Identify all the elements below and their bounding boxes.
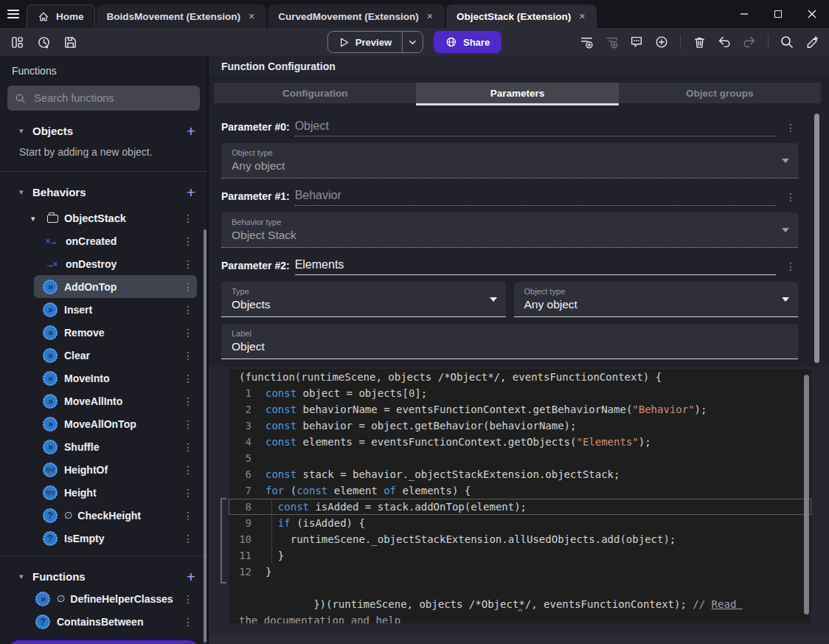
preview-button[interactable]: Preview: [327, 31, 423, 53]
javascript-code-editor[interactable]: (function(runtimeScene, objects /*Object…: [229, 369, 811, 623]
add-function-plus-button[interactable]: +: [187, 569, 195, 584]
function-item-menu-button[interactable]: ⋮: [181, 304, 195, 316]
code-line-2[interactable]: 2const behaviorName = eventsFunctionCont…: [229, 401, 811, 418]
sidebar-function-item-oncreated[interactable]: ×→onCreated⋮: [34, 229, 197, 252]
objects-section-header[interactable]: ▾ Objects +: [0, 120, 207, 142]
function-item-menu-button[interactable]: ⋮: [181, 281, 195, 293]
code-line-12[interactable]: 12}: [229, 564, 811, 580]
function-item-menu-button[interactable]: ⋮: [181, 258, 195, 270]
add-circle-button[interactable]: [652, 32, 671, 52]
parameter-type-select[interactable]: Type Objects: [221, 282, 506, 317]
search-functions-input[interactable]: [32, 91, 192, 105]
tab-close-button[interactable]: ×: [577, 10, 586, 22]
sidebar-function-item-moveallontop[interactable]: »MoveAllOnTop⋮: [34, 412, 197, 435]
tab-boidsmovement[interactable]: BoidsMovement (Extension) ×: [97, 4, 267, 28]
function-item-menu-button[interactable]: ⋮: [181, 418, 195, 430]
code-line-10[interactable]: 10 runtimeScene._objectStackExtension.al…: [229, 531, 811, 547]
sidebar-function-item-height[interactable]: f(x)Height⋮: [34, 481, 197, 504]
parameter-menu-button[interactable]: ⋮: [783, 260, 798, 275]
code-line-5[interactable]: 5: [229, 450, 811, 466]
function-item-menu-button[interactable]: ⋮: [181, 510, 195, 522]
code-line-4[interactable]: 4const elements = eventsFunctionContext.…: [229, 434, 811, 450]
code-line-3[interactable]: 3const behavior = object.getBehavior(beh…: [229, 418, 811, 434]
tab-configuration[interactable]: Configuration: [214, 83, 416, 103]
sidebar-function-item-clear[interactable]: »Clear⋮: [34, 344, 197, 367]
code-line-8[interactable]: 8 const isAdded = stack.addOnTop(element…: [229, 499, 811, 515]
function-item-menu-button[interactable]: ⋮: [181, 373, 195, 384]
sidebar-function-item-isempty[interactable]: ?IsEmpty⋮: [34, 527, 197, 550]
add-comment-button[interactable]: [627, 32, 646, 52]
function-item-menu-button[interactable]: ⋮: [181, 487, 195, 499]
sidebar-function-item-remove[interactable]: »Remove⋮: [34, 321, 197, 344]
add-sub-event-button[interactable]: [602, 32, 621, 52]
code-editor-scrollbar[interactable]: [804, 375, 809, 614]
function-item-menu-button[interactable]: ⋮: [181, 350, 195, 361]
function-item-menu-button[interactable]: ⋮: [181, 235, 195, 247]
parameter-menu-button[interactable]: ⋮: [783, 191, 798, 206]
sidebar-function-item-checkheight[interactable]: ?∅CheckHeight⋮: [34, 504, 197, 527]
undo-button[interactable]: [715, 32, 734, 52]
sidebar-function-item-moveinto[interactable]: »MoveInto⋮: [34, 367, 197, 389]
search-functions-box[interactable]: [7, 86, 200, 111]
minimize-button[interactable]: [727, 0, 761, 28]
parameter-name-input[interactable]: Object: [295, 120, 776, 136]
object-type-select[interactable]: Object type Any object: [514, 282, 799, 317]
function-item-menu-button[interactable]: ⋮: [181, 533, 195, 544]
code-line-7[interactable]: 7for (const element of elements) {: [229, 482, 811, 499]
function-item-menu-button[interactable]: ⋮: [181, 395, 195, 407]
main-menu-button[interactable]: [0, 1, 27, 27]
behavior-group-objectstack[interactable]: ▾ ObjectStack ⋮: [0, 207, 207, 229]
sidebar-function-item-containsbetween[interactable]: ?ContainsBetween⋮: [27, 610, 197, 633]
sidebar-function-item-ondestroy[interactable]: →×onDestroy⋮: [34, 252, 197, 275]
code-line-1[interactable]: 1const object = objects[0];: [229, 385, 811, 401]
function-item-menu-button[interactable]: ⋮: [181, 593, 195, 605]
tab-close-button[interactable]: ×: [247, 10, 256, 22]
share-button[interactable]: Share: [434, 31, 502, 53]
save-button[interactable]: [60, 32, 80, 52]
sidebar-function-item-heightof[interactable]: f(x)HeightOf⋮: [34, 458, 197, 481]
function-item-menu-button[interactable]: ⋮: [181, 327, 195, 339]
sidebar-function-item-addontop[interactable]: »AddOnTop⋮: [34, 275, 197, 298]
code-line-9[interactable]: 9 if (isAdded) {: [229, 515, 811, 531]
behavior-group-menu-button[interactable]: ⋮: [181, 212, 195, 224]
search-events-button[interactable]: [777, 32, 797, 52]
maximize-button[interactable]: [761, 0, 795, 28]
preview-options-button[interactable]: [402, 32, 423, 52]
version-history-button[interactable]: [34, 32, 53, 52]
parameters-scrollbar[interactable]: [814, 114, 819, 363]
behaviors-section-header[interactable]: ▾ Behaviors +: [0, 181, 207, 203]
add-event-button[interactable]: [577, 32, 596, 52]
tab-object-groups[interactable]: Object groups: [619, 83, 821, 103]
sidebar-function-item-shuffle[interactable]: »Shuffle⋮: [34, 435, 197, 458]
function-item-menu-button[interactable]: ⋮: [181, 441, 195, 453]
parameter-name-input[interactable]: Behavior: [295, 189, 776, 206]
redo-button[interactable]: [740, 32, 759, 52]
tab-curvedmovement[interactable]: CurvedMovement (Extension) ×: [268, 4, 445, 28]
label-text-field[interactable]: Label Object: [221, 324, 798, 359]
parameter-name-input[interactable]: Elements: [295, 258, 776, 275]
code-line-11[interactable]: 11 }: [229, 547, 811, 564]
edit-scene-button[interactable]: [802, 32, 822, 52]
sidebar-scrollbar[interactable]: [204, 229, 207, 643]
object-type-select[interactable]: Object type Any object: [221, 143, 798, 179]
chevron-down-icon[interactable]: ▾: [19, 187, 32, 197]
sidebar-function-item-moveallinto[interactable]: »MoveAllInto⋮: [34, 389, 197, 412]
resize-handle[interactable]: [221, 498, 225, 584]
parameter-menu-button[interactable]: ⋮: [783, 122, 798, 136]
delete-button[interactable]: [690, 32, 709, 52]
editor-expand-hint[interactable]: ^: [517, 605, 522, 621]
code-line-6[interactable]: 6const stack = behavior._objectStackExte…: [229, 466, 811, 482]
chevron-down-icon[interactable]: ▾: [31, 214, 41, 224]
function-item-menu-button[interactable]: ⋮: [181, 616, 195, 628]
close-window-button[interactable]: [795, 0, 829, 28]
tab-close-button[interactable]: ×: [426, 10, 434, 22]
chevron-down-icon[interactable]: ▾: [19, 572, 32, 581]
sidebar-function-item-insert[interactable]: »Insert⋮: [34, 298, 197, 321]
function-item-menu-button[interactable]: ⋮: [181, 464, 195, 476]
add-new-function-button[interactable]: + Add a new function: [7, 640, 200, 644]
sidebar-function-item-definehelperclasses[interactable]: »∅DefineHelperClasses⋮: [27, 587, 197, 610]
tab-objectstack[interactable]: ObjectStack (Extension) ×: [446, 4, 597, 28]
behavior-type-select[interactable]: Behavior type Object Stack: [221, 212, 798, 248]
add-object-button[interactable]: +: [187, 123, 195, 139]
chevron-down-icon[interactable]: ▾: [19, 126, 32, 136]
